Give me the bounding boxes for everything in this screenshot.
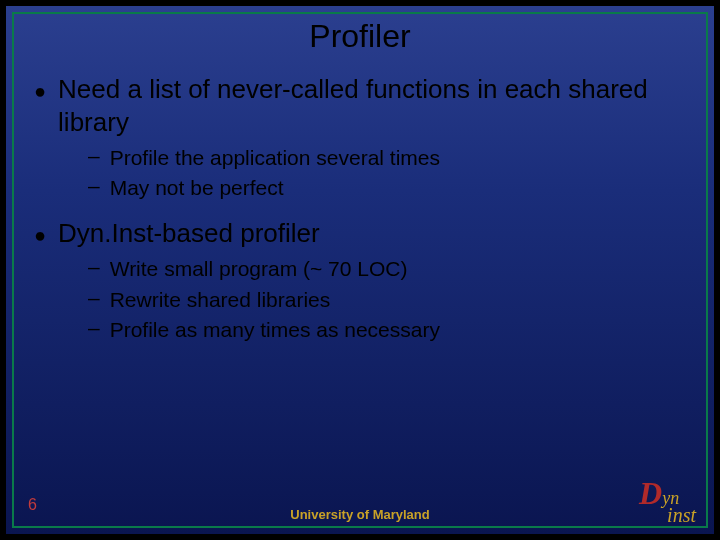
logo-d: D [639, 475, 662, 511]
inner-frame [12, 12, 708, 528]
footer-text: University of Maryland [6, 507, 714, 522]
dyninst-logo: Dyn inst [639, 479, 696, 524]
slide: Profiler ● Need a list of never-called f… [0, 0, 720, 540]
